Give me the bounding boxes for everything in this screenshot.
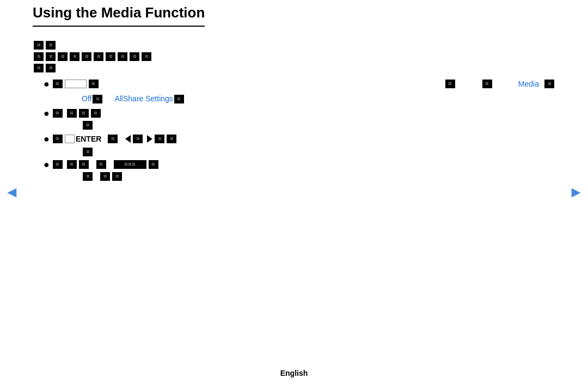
corrupted-block-5 bbox=[58, 52, 68, 61]
s4-c3 bbox=[112, 172, 122, 181]
corrupted-block-10 bbox=[118, 52, 127, 61]
corrupted-block-2 bbox=[46, 41, 56, 50]
page-title: Using the Media Function bbox=[33, 4, 205, 27]
b4-wide-box bbox=[114, 160, 146, 169]
nav-arrow-right[interactable]: ► bbox=[568, 184, 584, 201]
media-label: Media bbox=[518, 78, 539, 90]
s3-c1 bbox=[83, 148, 93, 156]
corrupted-block-3 bbox=[34, 52, 44, 61]
arrow-right-icon bbox=[147, 135, 152, 143]
s4-c2 bbox=[100, 172, 110, 181]
b2-c1 bbox=[53, 109, 63, 118]
b2-c3 bbox=[79, 109, 89, 118]
sub-line-3 bbox=[82, 148, 555, 156]
b4-c1 bbox=[53, 160, 63, 169]
line-1 bbox=[33, 41, 555, 50]
b2-c2 bbox=[67, 109, 77, 118]
off-label: Off bbox=[82, 93, 91, 105]
corrupted-block-13 bbox=[34, 64, 44, 72]
b4-c2 bbox=[67, 160, 77, 169]
main-content: Using the Media Function bbox=[0, 0, 588, 181]
corrupted-block-7 bbox=[82, 52, 91, 61]
corrupted-block-11 bbox=[130, 52, 139, 61]
corrupted-block-8 bbox=[94, 52, 103, 61]
s1-c1 bbox=[93, 95, 102, 103]
b4-c4 bbox=[96, 160, 106, 169]
s1-c2 bbox=[174, 95, 184, 103]
b2-c4 bbox=[91, 109, 101, 118]
corrupted-block-6 bbox=[70, 52, 79, 61]
page-container: ◄ ► Using the Media Function bbox=[0, 0, 588, 384]
s2-c1 bbox=[83, 121, 93, 130]
b1-far-c1 bbox=[445, 80, 455, 88]
s4-c1 bbox=[83, 172, 93, 181]
b1-far-c2 bbox=[482, 80, 492, 88]
b4-c3 bbox=[79, 160, 89, 169]
sub-line-2 bbox=[82, 121, 555, 130]
b1-c1 bbox=[53, 80, 63, 88]
corrupted-block-1 bbox=[34, 41, 44, 50]
b3-c5 bbox=[167, 135, 176, 143]
sub-line-1: Off AllShare Settings bbox=[82, 93, 555, 105]
b1-c2 bbox=[89, 80, 99, 88]
b3-c1 bbox=[53, 135, 63, 143]
b1-white-box bbox=[65, 80, 87, 88]
b3-c3 bbox=[133, 135, 143, 143]
corrupted-block-4 bbox=[46, 52, 56, 61]
b3-c2 bbox=[108, 135, 118, 143]
sub-line-4 bbox=[82, 172, 555, 181]
line-2 bbox=[33, 52, 555, 61]
line-3 bbox=[33, 64, 555, 72]
nav-arrow-left[interactable]: ◄ bbox=[4, 184, 20, 201]
bullet-row-4: ● bbox=[44, 160, 555, 169]
bullet-row-1: ● Media bbox=[44, 78, 555, 90]
b1-far-c3 bbox=[544, 80, 554, 88]
arrow-left-icon bbox=[125, 135, 131, 143]
allshare-label: AllShare Settings bbox=[114, 93, 173, 105]
b4-c5 bbox=[149, 160, 158, 169]
bullet-row-3: ● ENTER bbox=[44, 133, 555, 145]
enter-label: ENTER bbox=[76, 133, 101, 145]
content-area: ● Media Off AllShare Sett bbox=[33, 41, 555, 181]
b3-white-box bbox=[65, 135, 75, 143]
b3-c4 bbox=[155, 135, 164, 143]
corrupted-block-9 bbox=[106, 52, 115, 61]
footer-language: English bbox=[280, 369, 308, 377]
corrupted-block-12 bbox=[142, 52, 151, 61]
bullet-row-2: ● bbox=[44, 108, 555, 118]
corrupted-block-14 bbox=[46, 64, 56, 72]
